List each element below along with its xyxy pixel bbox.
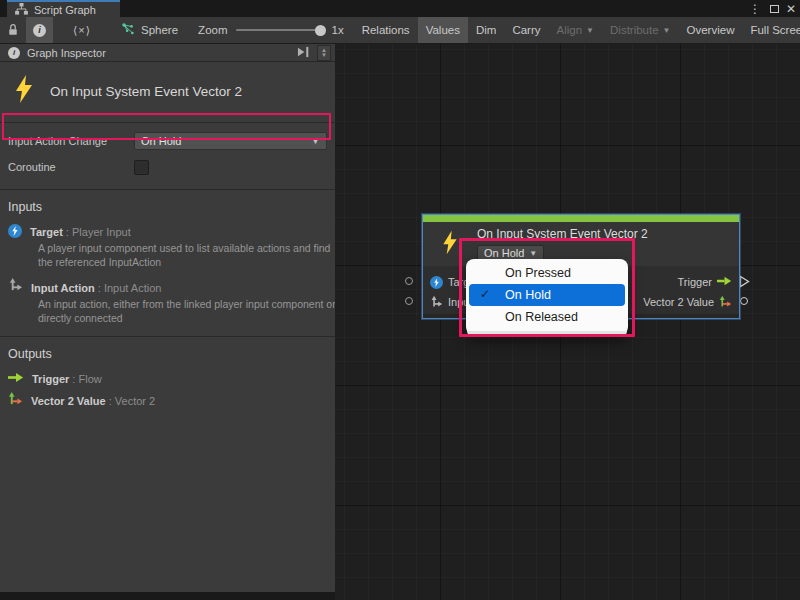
- unity-visual-scripting-window: Script Graph ⋮ ✕ i ⟨×⟩: [0, 0, 800, 600]
- toolbar-button-distribute[interactable]: Distribute▼: [602, 17, 679, 43]
- toolbar-button-values[interactable]: Values: [418, 17, 468, 43]
- node-port-trigger[interactable]: Trigger: [678, 276, 732, 288]
- coroutine-row: Coroutine: [0, 155, 335, 179]
- inspector-node-title-block: On Input System Event Vector 2: [0, 62, 335, 123]
- lock-icon: [7, 23, 19, 38]
- titlebar: Script Graph ⋮ ✕: [0, 0, 800, 17]
- output-pin-vector2: Vector 2 Value : Vector 2: [0, 387, 335, 410]
- node-port-vector2-value[interactable]: Vector 2 Value: [643, 295, 732, 310]
- toolbar-button-fullscreen[interactable]: Full Screen: [742, 17, 800, 43]
- panel-spinner[interactable]: ▲▼: [317, 45, 331, 61]
- output-port-trigger[interactable]: [739, 274, 750, 292]
- flow-arrow-icon: [8, 369, 24, 387]
- graph-target-label: Sphere: [141, 24, 178, 36]
- toolbar-button-dim[interactable]: Dim: [468, 17, 504, 43]
- coroutine-label: Coroutine: [8, 161, 134, 173]
- coroutine-checkbox[interactable]: [134, 160, 149, 175]
- graph-toolbar: i ⟨×⟩ Sphere Zoom: [0, 17, 800, 44]
- inspector-header-title: Graph Inspector: [27, 47, 290, 59]
- input-action-change-row: Input Action Change On Hold ▼: [0, 129, 335, 153]
- pin-description: An input action, either from the linked …: [38, 298, 338, 325]
- outputs-heading: Outputs: [0, 337, 335, 363]
- close-icon[interactable]: ✕: [786, 3, 796, 15]
- code-icon: ⟨×⟩: [73, 24, 91, 37]
- event-type-context-menu: On Pressed ✓ On Hold On Released: [466, 259, 628, 335]
- maximize-icon[interactable]: [770, 5, 779, 13]
- menu-item-on-hold[interactable]: ✓ On Hold: [469, 284, 625, 306]
- window-controls: ⋮ ✕: [747, 0, 796, 17]
- graph-target-picker[interactable]: Sphere: [111, 17, 188, 43]
- code-preview-button[interactable]: ⟨×⟩: [53, 17, 111, 43]
- graph-inspector-panel: i Graph Inspector ▲▼ On Input System Eve…: [0, 44, 335, 592]
- dock-panel-icon[interactable]: [297, 44, 310, 62]
- menu-scroll-hint: [467, 331, 627, 335]
- info-icon: i: [33, 24, 46, 37]
- menu-item-on-released[interactable]: On Released: [466, 306, 628, 328]
- tab-script-graph[interactable]: Script Graph: [7, 0, 120, 17]
- event-bolt-icon: [440, 229, 460, 260]
- dropdown-value: On Hold: [141, 135, 311, 147]
- toolbar-button-carry[interactable]: Carry: [504, 17, 548, 43]
- window-menu-icon[interactable]: ⋮: [747, 3, 763, 15]
- inspector-header: i Graph Inspector ▲▼: [0, 44, 335, 62]
- input-action-change-label: Input Action Change: [8, 135, 134, 147]
- graph-hierarchy-icon: [15, 1, 28, 19]
- inputs-heading: Inputs: [0, 190, 335, 216]
- script-machine-icon: [121, 22, 135, 38]
- inspector-node-title: On Input System Event Vector 2: [50, 84, 242, 99]
- vector2-arrows-icon: [8, 391, 23, 410]
- lock-button[interactable]: [0, 17, 26, 43]
- event-bolt-icon: [12, 74, 36, 108]
- node-title: On Input System Event Vector 2: [477, 227, 739, 241]
- input-pin-input-action: Input Action : Input Action An input act…: [0, 271, 335, 325]
- flow-arrow-icon: [717, 276, 732, 288]
- checkmark-icon: ✓: [480, 287, 490, 301]
- dropdown-arrow-icon: ▼: [663, 26, 671, 35]
- player-input-icon: [8, 224, 22, 238]
- input-action-icon: [8, 277, 23, 296]
- pin-description: A player input component used to list av…: [38, 242, 338, 269]
- zoom-label: Zoom: [198, 24, 227, 36]
- input-action-change-dropdown[interactable]: On Hold ▼: [134, 132, 327, 150]
- input-port-target[interactable]: [405, 277, 413, 285]
- chevron-down-icon: ▼: [311, 136, 320, 146]
- info-icon: i: [8, 47, 20, 59]
- toolbar-button-relations[interactable]: Relations: [354, 17, 418, 43]
- zoom-control: Zoom 1x: [188, 17, 354, 43]
- vector2-arrows-icon: [719, 295, 732, 310]
- dropdown-arrow-icon: ▼: [586, 26, 594, 35]
- chevron-down-icon: ▼: [529, 249, 537, 258]
- inspector-toggle-button[interactable]: i: [26, 17, 53, 43]
- toolbar-button-align[interactable]: Align▼: [549, 17, 603, 43]
- graph-canvas[interactable]: On Input System Event Vector 2 On Hold ▼…: [335, 44, 800, 600]
- input-port-input-action[interactable]: [405, 297, 413, 305]
- output-port-vector2[interactable]: [740, 297, 748, 305]
- player-input-icon: [430, 276, 443, 289]
- node-color-bar: [423, 215, 739, 222]
- zoom-slider[interactable]: [236, 29, 324, 31]
- toolbar-button-overview[interactable]: Overview: [679, 17, 743, 43]
- input-action-icon: [430, 295, 443, 310]
- menu-item-on-pressed[interactable]: On Pressed: [466, 262, 628, 284]
- tab-label: Script Graph: [34, 4, 96, 16]
- zoom-slider-handle[interactable]: [315, 25, 326, 36]
- output-pin-trigger: Trigger : Flow: [0, 363, 335, 387]
- input-pin-target: Target : Player Input A player input com…: [0, 216, 335, 269]
- zoom-value: 1x: [332, 24, 344, 36]
